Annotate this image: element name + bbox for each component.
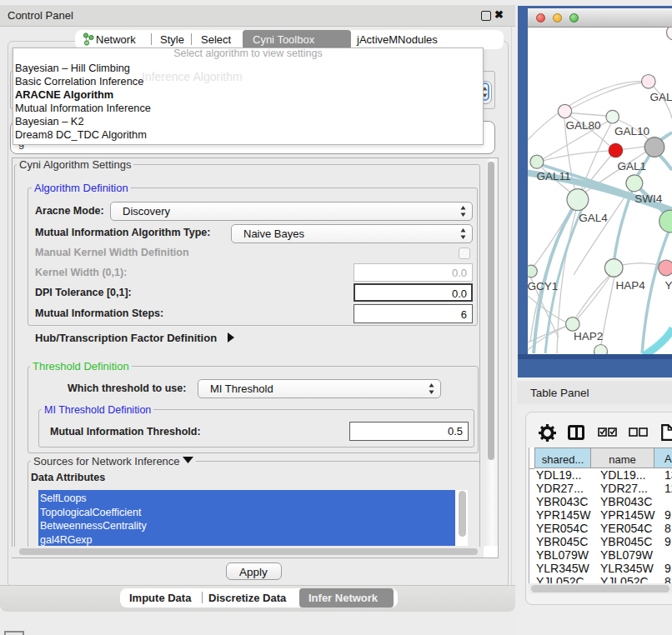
svg-text:GAL4: GAL4 [579,212,608,224]
svg-text:GAL10: GAL10 [614,125,649,138]
svg-text:GCY1: GCY1 [528,280,558,292]
svg-text:HAP2: HAP2 [574,330,603,342]
svg-text:GAL11: GAL11 [537,170,571,182]
svg-text:YM: YM [665,279,672,292]
svg-text:GAL1: GAL1 [618,160,647,172]
svg-text:GAL7: GAL7 [650,91,672,103]
svg-text:SWI4: SWI4 [634,192,662,205]
svg-text:HAP4: HAP4 [615,279,645,292]
svg-text:GAL80: GAL80 [566,119,601,132]
